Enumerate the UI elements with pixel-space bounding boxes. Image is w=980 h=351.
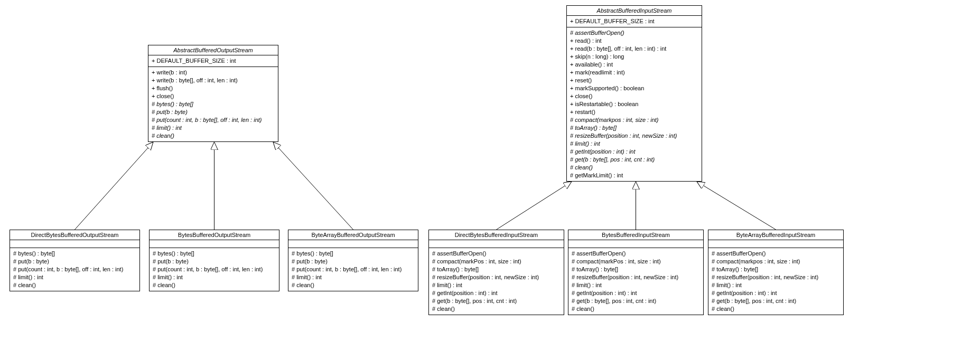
operation: # get(b : byte[], pos : int, cnt : int) bbox=[432, 297, 561, 305]
operation: # limit() : int bbox=[432, 281, 561, 289]
class-dbbos: DirectBytesBufferedOutputStream# bytes()… bbox=[10, 230, 140, 291]
operation: + skip(n : long) : long bbox=[570, 53, 698, 61]
operation: + write(b : int) bbox=[152, 69, 275, 77]
operation: # assertBufferOpen() bbox=[572, 250, 700, 258]
class-babos: ByteArrayBufferedOutputStream# bytes() :… bbox=[288, 230, 418, 291]
attributes-section: + DEFAULT_BUFFER_SIZE : int bbox=[567, 16, 702, 27]
operations-section: # assertBufferOpen()# compact(markpos : … bbox=[708, 248, 843, 315]
operation: + read(b : byte[], off : int, len : int)… bbox=[570, 45, 698, 53]
operations-section: + write(b : int)+ write(b : byte[], off … bbox=[148, 67, 278, 141]
svg-line-2 bbox=[273, 142, 353, 230]
class-dbbis: DirectBytesBufferedInputStream# assertBu… bbox=[428, 230, 564, 315]
operation: # assertBufferOpen() bbox=[712, 250, 840, 258]
operations-section: # bytes() : byte[]# put(b : byte)# put(c… bbox=[150, 248, 279, 291]
class-title: ByteArrayBufferedInputStream bbox=[708, 230, 843, 240]
operation: # put(b : byte) bbox=[152, 108, 275, 116]
operation: # get(b : byte[], pos : int, cnt : int) bbox=[570, 156, 698, 164]
attribute: + DEFAULT_BUFFER_SIZE : int bbox=[152, 57, 275, 65]
operation: # assertBufferOpen() bbox=[432, 250, 561, 258]
svg-line-5 bbox=[697, 182, 776, 230]
operation: # getMarkLimit() : int bbox=[570, 172, 698, 179]
operation: # resizeBuffer(position : int, newSize :… bbox=[432, 273, 561, 281]
attributes-section bbox=[288, 240, 418, 248]
attributes-section bbox=[568, 240, 703, 248]
operation: + flush() bbox=[152, 84, 275, 92]
operation: # put(b : byte) bbox=[292, 258, 415, 265]
operation: + restart() bbox=[570, 108, 698, 116]
operation: # compact(markPos : int, size : int) bbox=[572, 258, 700, 265]
operation: # get(b : byte[], pos : int, cnt : int) bbox=[572, 297, 700, 305]
class-abos: AbstractBufferedOutputStream+ DEFAULT_BU… bbox=[148, 45, 278, 142]
operation: # limit() : int bbox=[152, 124, 275, 132]
operations-section: # bytes() : byte[]# put(b : byte)# put(c… bbox=[288, 248, 418, 291]
class-title: ByteArrayBufferedOutputStream bbox=[288, 230, 418, 240]
operation: # toArray() : byte[] bbox=[712, 265, 840, 273]
operation: # clean() bbox=[712, 305, 840, 313]
operation: # limit() : int bbox=[292, 273, 415, 281]
operation: # resizeBuffer(position : int, newSize :… bbox=[712, 273, 840, 281]
operation: # toArray() : byte[] bbox=[572, 265, 700, 273]
operation: + close() bbox=[152, 92, 275, 100]
operation: + markSupported() : boolean bbox=[570, 84, 698, 92]
operation: # put(count : int, b : byte[], off : int… bbox=[152, 116, 275, 124]
class-title: BytesBufferedInputStream bbox=[568, 230, 703, 240]
attributes-section bbox=[429, 240, 564, 248]
class-title: BytesBufferedOutputStream bbox=[150, 230, 279, 240]
operation: # clean() bbox=[13, 281, 136, 289]
operation: + reset() bbox=[570, 77, 698, 84]
operation: # assertBufferOpen() bbox=[570, 29, 698, 37]
operation: # clean() bbox=[432, 305, 561, 313]
operation: # bytes() : byte[] bbox=[153, 250, 276, 258]
attributes-section bbox=[10, 240, 139, 248]
attributes-section bbox=[708, 240, 843, 248]
operation: # bytes() : byte[] bbox=[152, 100, 275, 108]
attribute: + DEFAULT_BUFFER_SIZE : int bbox=[570, 17, 698, 25]
class-title: AbstractBufferedInputStream bbox=[567, 6, 702, 16]
operation: + mark(readlimit : int) bbox=[570, 69, 698, 77]
operation: # put(count : int, b : byte[], off : int… bbox=[13, 265, 136, 273]
operation: # clean() bbox=[570, 164, 698, 172]
class-title: DirectBytesBufferedInputStream bbox=[429, 230, 564, 240]
svg-line-0 bbox=[75, 142, 154, 230]
uml-canvas: AbstractBufferedOutputStream+ DEFAULT_BU… bbox=[0, 0, 980, 351]
operation: # getInt(position : int) : int bbox=[432, 289, 561, 297]
class-babis: ByteArrayBufferedInputStream# assertBuff… bbox=[708, 230, 844, 315]
operation: # put(b : byte) bbox=[153, 258, 276, 265]
operation: # compact(markpos : int, size : int) bbox=[712, 258, 840, 265]
operation: # limit() : int bbox=[13, 273, 136, 281]
attributes-section: + DEFAULT_BUFFER_SIZE : int bbox=[148, 55, 278, 67]
operation: + close() bbox=[570, 92, 698, 100]
operation: # resizeBuffer(position : int, newSize :… bbox=[572, 273, 700, 281]
operation: # getInt(position : int) : int bbox=[712, 289, 840, 297]
operation: # limit() : int bbox=[572, 281, 700, 289]
operation: # compact(markpos : int, size : int) bbox=[570, 116, 698, 124]
operations-section: # assertBufferOpen()# compact(markPos : … bbox=[568, 248, 703, 315]
operation: + available() : int bbox=[570, 61, 698, 69]
operation: # compact(markPos : int, size : int) bbox=[432, 258, 561, 265]
class-abis: AbstractBufferedInputStream+ DEFAULT_BUF… bbox=[566, 5, 702, 182]
operation: # getInt(position : int) : int bbox=[570, 148, 698, 156]
operation: # put(b : byte) bbox=[13, 258, 136, 265]
operation: + isRestartable() : boolean bbox=[570, 100, 698, 108]
attributes-section bbox=[150, 240, 279, 248]
operation: # bytes() : byte[] bbox=[13, 250, 136, 258]
operation: # toArray() : byte[] bbox=[432, 265, 561, 273]
operation: # put(count : int, b : byte[], off : int… bbox=[153, 265, 276, 273]
operation: # put(count : int, b : byte[], off : int… bbox=[292, 265, 415, 273]
class-bbos: BytesBufferedOutputStream# bytes() : byt… bbox=[149, 230, 279, 291]
class-title: DirectBytesBufferedOutputStream bbox=[10, 230, 139, 240]
operation: # get(b : byte[], pos : int, cnt : int) bbox=[712, 297, 840, 305]
operation: # toArray() : byte[] bbox=[570, 124, 698, 132]
class-title: AbstractBufferedOutputStream bbox=[148, 45, 278, 55]
operation: # clean() bbox=[572, 305, 700, 313]
operation: # clean() bbox=[292, 281, 415, 289]
operation: # limit() : int bbox=[570, 140, 698, 148]
operation: # getInt(position : int) : int bbox=[572, 289, 700, 297]
operation: # bytes() : byte[] bbox=[292, 250, 415, 258]
operation: + write(b : byte[], off : int, len : int… bbox=[152, 77, 275, 84]
operation: + read() : int bbox=[570, 37, 698, 45]
operation: # clean() bbox=[152, 132, 275, 140]
operations-section: # assertBufferOpen()# compact(markPos : … bbox=[429, 248, 564, 315]
operations-section: # assertBufferOpen()+ read() : int+ read… bbox=[567, 27, 702, 181]
operation: # limit() : int bbox=[153, 273, 276, 281]
